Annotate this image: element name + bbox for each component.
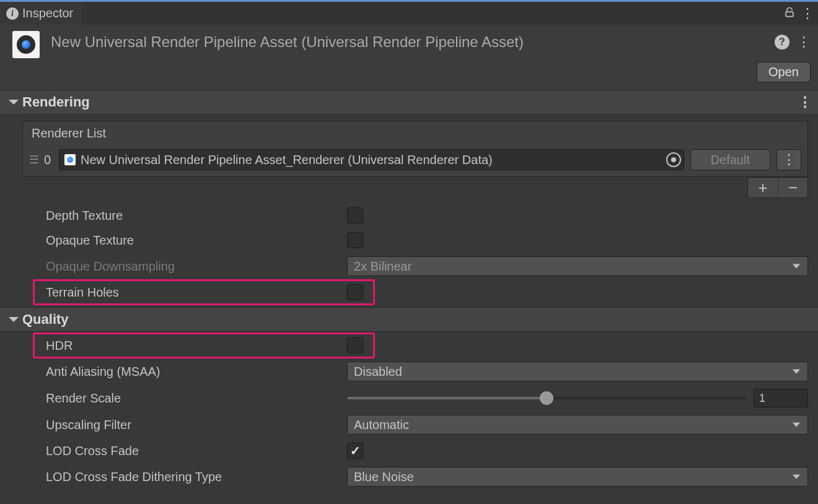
hdr-highlight: HDR (33, 333, 374, 358)
foldout-icon (9, 100, 19, 105)
asset-type-icon (12, 31, 40, 58)
lod-cross-fade-checkbox[interactable] (347, 443, 363, 459)
depth-texture-checkbox[interactable] (347, 207, 363, 224)
hdr-checkbox[interactable] (347, 337, 363, 354)
drag-handle-icon[interactable]: ☰ (29, 153, 38, 167)
renderer-object-field[interactable]: New Universal Render Pipeline Asset_Rend… (59, 149, 684, 170)
opaque-downsampling-label: Opaque Downsampling (46, 259, 347, 274)
asset-menu-icon[interactable]: ⋮ (797, 35, 811, 49)
section-menu-icon[interactable]: ⋮ (798, 94, 812, 110)
renderer-list-label: Renderer List (23, 121, 807, 146)
lock-icon[interactable] (783, 6, 796, 21)
lod-dither-dropdown[interactable]: Blue Noise (347, 467, 808, 487)
foldout-icon (9, 317, 19, 322)
depth-texture-label: Depth Texture (46, 209, 347, 223)
quality-section-header[interactable]: Quality (0, 307, 818, 332)
upscaling-filter-dropdown[interactable]: Automatic (347, 415, 808, 435)
renderer-addremove: + − (22, 177, 808, 198)
opaque-downsampling-dropdown: 2x Bilinear (347, 256, 808, 276)
info-icon: i (6, 7, 19, 20)
object-picker-icon[interactable] (666, 152, 681, 167)
open-button[interactable]: Open (757, 62, 811, 82)
depth-texture-row: Depth Texture (0, 203, 818, 228)
remove-renderer-button[interactable]: − (778, 178, 807, 198)
upscaling-filter-row: Upscaling Filter Automatic (0, 411, 818, 438)
anti-aliasing-label: Anti Aliasing (MSAA) (46, 365, 347, 379)
default-renderer-button[interactable]: Default (690, 149, 770, 170)
anti-aliasing-dropdown[interactable]: Disabled (347, 362, 808, 381)
terrain-holes-highlight: Terrain Holes (33, 280, 374, 305)
anti-aliasing-row: Anti Aliasing (MSAA) Disabled (0, 358, 818, 385)
section-title: Quality (22, 311, 69, 328)
lod-cross-fade-label: LOD Cross Fade (46, 444, 347, 458)
hdr-label: HDR (46, 339, 347, 353)
render-scale-label: Render Scale (46, 391, 347, 406)
renderer-asset-icon (64, 154, 76, 165)
upscaling-filter-label: Upscaling Filter (46, 418, 347, 432)
render-scale-slider[interactable] (347, 397, 746, 399)
render-scale-row: Render Scale (0, 385, 818, 411)
asset-title: New Universal Render Pipeline Asset (Uni… (51, 31, 763, 51)
lod-dither-label: LOD Cross Fade Dithering Type (46, 470, 347, 484)
terrain-holes-label: Terrain Holes (46, 285, 347, 300)
opaque-texture-label: Opaque Texture (46, 233, 347, 248)
svg-rect-0 (786, 12, 793, 16)
renderer-list-row: ☰ 0 New Universal Render Pipeline Asset_… (23, 146, 807, 176)
add-renderer-button[interactable]: + (748, 178, 778, 198)
section-title: Rendering (22, 94, 90, 110)
lod-cross-fade-row: LOD Cross Fade (0, 438, 818, 463)
renderer-name: New Universal Render Pipeline Asset_Rend… (81, 153, 493, 167)
opaque-texture-row: Opaque Texture (0, 228, 818, 253)
renderer-list-box: Renderer List ☰ 0 New Universal Render P… (22, 121, 808, 177)
renderer-index: 0 (44, 153, 53, 167)
terrain-holes-checkbox[interactable] (347, 284, 363, 300)
tab-bar: i Inspector ⋮ (0, 0, 818, 25)
opaque-texture-checkbox[interactable] (347, 232, 363, 248)
opaque-downsampling-row: Opaque Downsampling 2x Bilinear (0, 253, 818, 280)
asset-header: New Universal Render Pipeline Asset (Uni… (0, 25, 818, 62)
renderer-item-menu[interactable]: ⋮ (776, 149, 801, 170)
slider-thumb[interactable] (540, 391, 553, 405)
lod-dither-row: LOD Cross Fade Dithering Type Blue Noise (0, 463, 818, 490)
tab-label: Inspector (22, 6, 73, 20)
render-scale-input[interactable] (754, 389, 808, 407)
help-icon[interactable]: ? (775, 35, 789, 50)
inspector-tab[interactable]: i Inspector (0, 2, 82, 25)
tab-menu-icon[interactable]: ⋮ (801, 7, 814, 20)
rendering-section-header[interactable]: Rendering ⋮ (0, 90, 818, 115)
